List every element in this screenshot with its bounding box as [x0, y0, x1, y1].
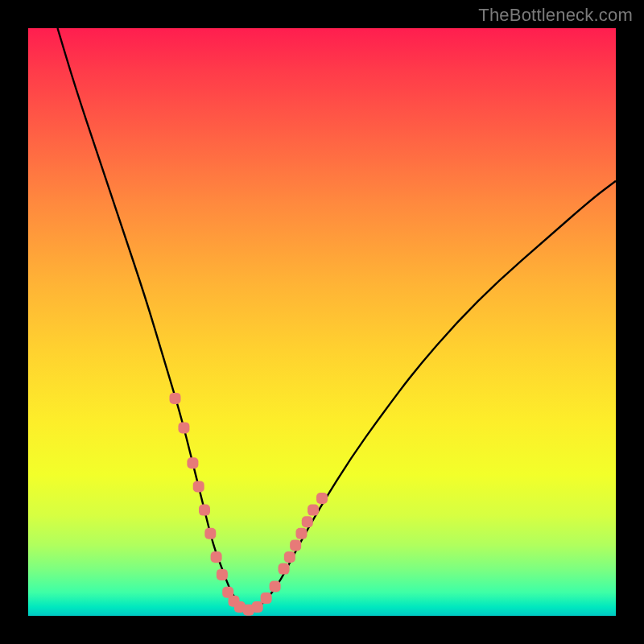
highlight-markers — [170, 393, 328, 616]
bottleneck-curve — [58, 28, 617, 610]
marker-point — [261, 592, 272, 604]
marker-point — [290, 539, 301, 551]
marker-point — [270, 581, 281, 592]
marker-point — [193, 481, 204, 492]
marker-point — [308, 505, 319, 516]
marker-point — [178, 422, 189, 433]
plot-area — [28, 28, 616, 616]
marker-point — [252, 601, 263, 613]
marker-point — [302, 516, 313, 527]
marker-point — [295, 528, 307, 539]
marker-point — [284, 551, 295, 563]
marker-point — [316, 493, 328, 504]
marker-point — [199, 505, 210, 516]
watermark-text: TheBottleneck.com — [478, 5, 633, 26]
marker-point — [211, 551, 222, 563]
curve-svg — [28, 28, 616, 616]
marker-point — [279, 564, 290, 575]
marker-point — [187, 457, 198, 469]
marker-point — [217, 569, 228, 580]
chart-frame: TheBottleneck.com — [0, 0, 644, 644]
marker-point — [170, 393, 181, 404]
marker-point — [204, 528, 216, 539]
